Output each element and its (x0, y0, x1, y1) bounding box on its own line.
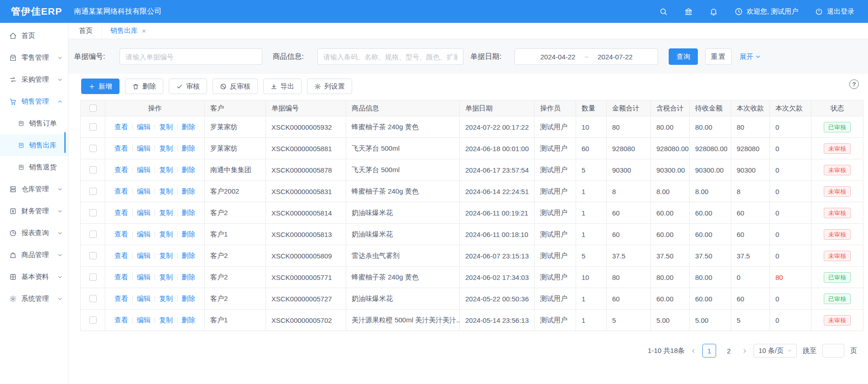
edit-link[interactable]: 编辑 (137, 252, 151, 260)
unaudit-button[interactable]: 反审核 (213, 79, 258, 94)
search-query-button[interactable]: 查询 (669, 48, 698, 65)
delete-link[interactable]: 删除 (182, 273, 195, 282)
tab-home[interactable]: 首页 (70, 23, 101, 39)
edit-link[interactable]: 编辑 (137, 273, 151, 282)
sidebar-item-home[interactable]: 首页 (0, 25, 68, 47)
row-checkbox[interactable] (89, 145, 97, 152)
copy-link[interactable]: 复制 (159, 209, 173, 217)
edit-link[interactable]: 编辑 (137, 295, 151, 303)
sidebar-item-finance[interactable]: 财务管理 (0, 200, 68, 222)
add-button[interactable]: 新增 (81, 79, 120, 94)
cell-receivable: 928080.00 (690, 138, 731, 159)
sidebar-item-warehouse[interactable]: 仓库管理 (0, 178, 68, 200)
view-link[interactable]: 查看 (114, 123, 128, 132)
copy-link[interactable]: 复制 (159, 252, 173, 260)
view-link[interactable]: 查看 (114, 273, 128, 282)
row-checkbox[interactable] (89, 295, 97, 302)
edit-link[interactable]: 编辑 (137, 166, 151, 174)
delete-link[interactable]: 删除 (182, 316, 195, 325)
copy-link[interactable]: 复制 (159, 187, 173, 196)
sidebar-item-label: 商品管理 (21, 251, 49, 259)
jump-page-input[interactable] (822, 344, 844, 358)
view-link[interactable]: 查看 (114, 209, 128, 217)
edit-link[interactable]: 编辑 (137, 316, 151, 325)
select-all-checkbox[interactable] (89, 105, 97, 112)
copy-link[interactable]: 复制 (159, 316, 173, 325)
edit-link[interactable]: 编辑 (137, 209, 151, 217)
edit-link[interactable]: 编辑 (137, 144, 151, 153)
page-button-2[interactable]: 2 (722, 344, 736, 358)
copy-link[interactable]: 复制 (159, 273, 173, 282)
copy-link[interactable]: 复制 (159, 166, 173, 174)
edit-link[interactable]: 编辑 (137, 123, 151, 132)
search-button[interactable] (659, 7, 668, 16)
view-link[interactable]: 查看 (114, 252, 128, 260)
view-link[interactable]: 查看 (114, 295, 128, 303)
delete-link[interactable]: 删除 (182, 252, 195, 260)
divider (132, 317, 133, 323)
cell-bill-no: XSCK00000005878 (266, 159, 346, 181)
sidebar-item-purchase[interactable]: 采购管理 (0, 68, 68, 90)
notifications-button[interactable] (709, 7, 718, 16)
view-link[interactable]: 查看 (114, 316, 128, 325)
sidebar-item-basic-data[interactable]: 基本资料 (0, 266, 68, 288)
date-range-picker[interactable]: 2024-04-22 ~ 2024-07-22 (515, 48, 658, 65)
logout-button[interactable]: 退出登录 (815, 7, 854, 16)
reset-button[interactable]: 重置 (705, 48, 732, 65)
user-welcome[interactable]: 欢迎您, 测试用户 (734, 7, 798, 16)
sidebar-item-sales-outbound[interactable]: 销售出库 (0, 134, 68, 156)
goods-info-input[interactable] (317, 48, 463, 65)
sidebar-item-system[interactable]: 系统管理 (0, 288, 68, 310)
row-checkbox[interactable] (89, 316, 97, 324)
chevron-down-icon (57, 252, 62, 258)
row-checkbox[interactable] (89, 231, 97, 238)
row-checkbox[interactable] (89, 166, 97, 174)
row-checkbox[interactable] (89, 209, 97, 216)
delete-link[interactable]: 删除 (182, 144, 195, 153)
prev-page-button[interactable] (691, 348, 696, 354)
view-link[interactable]: 查看 (114, 230, 128, 239)
copy-link[interactable]: 复制 (159, 295, 173, 303)
help-icon[interactable]: ? (849, 79, 859, 89)
delete-link[interactable]: 删除 (182, 187, 195, 196)
tab-sales-outbound[interactable]: 销售出库 × (101, 23, 155, 39)
copy-link[interactable]: 复制 (159, 123, 173, 132)
view-link[interactable]: 查看 (114, 187, 128, 196)
pagination-pages: 12 (702, 344, 736, 358)
sidebar-scrollbar-thumb[interactable] (64, 132, 66, 153)
row-checkbox[interactable] (89, 274, 97, 281)
delete-button[interactable]: 删除 (125, 79, 163, 94)
status-cell: 已审核 (811, 116, 863, 138)
page-button-1[interactable]: 1 (702, 344, 716, 358)
delete-link[interactable]: 删除 (182, 166, 195, 174)
cell-bill-no: XSCK00000005702 (266, 310, 346, 331)
delete-link[interactable]: 删除 (182, 295, 195, 303)
sidebar-item-retail[interactable]: 零售管理 (0, 47, 68, 68)
delete-link[interactable]: 删除 (182, 209, 195, 217)
column-settings-button[interactable]: 列设置 (307, 79, 352, 94)
sidebar-item-goods[interactable]: 商品管理 (0, 244, 68, 266)
sidebar-item-sales[interactable]: 销售管理 (0, 90, 68, 112)
row-checkbox[interactable] (89, 252, 97, 259)
edit-link[interactable]: 编辑 (137, 230, 151, 239)
page-size-select[interactable]: 10 条/页 (754, 344, 797, 358)
expand-filters-link[interactable]: 展开 (739, 53, 761, 61)
delete-link[interactable]: 删除 (182, 230, 195, 239)
sidebar-item-sales-return[interactable]: 销售退货 (0, 156, 68, 178)
row-checkbox[interactable] (89, 188, 97, 195)
edit-link[interactable]: 编辑 (137, 187, 151, 196)
audit-button[interactable]: 审核 (169, 79, 207, 94)
sidebar-item-report[interactable]: 报表查询 (0, 222, 68, 244)
row-checkbox[interactable] (89, 123, 97, 131)
close-tab-icon[interactable]: × (142, 27, 146, 34)
copy-link[interactable]: 复制 (159, 230, 173, 239)
sidebar-item-sales-order[interactable]: 销售订单 (0, 112, 68, 134)
export-button[interactable]: 导出 (263, 79, 301, 94)
workbench-button[interactable] (684, 7, 693, 16)
next-page-button[interactable] (742, 348, 748, 354)
view-link[interactable]: 查看 (114, 144, 128, 153)
copy-link[interactable]: 复制 (159, 144, 173, 153)
view-link[interactable]: 查看 (114, 166, 128, 174)
delete-link[interactable]: 删除 (182, 123, 195, 132)
bill-no-input[interactable] (120, 48, 262, 65)
